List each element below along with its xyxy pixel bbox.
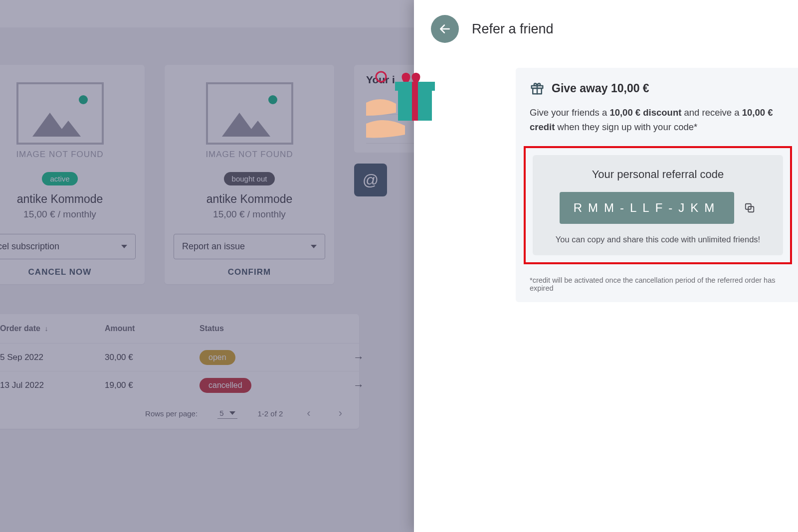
referral-code-title: Your personal referral code xyxy=(544,168,772,181)
subscription-card: IMAGE NOT FOUND active antike Kommode 15… xyxy=(0,65,145,284)
action-select-label: Report an issue xyxy=(182,241,245,252)
at-icon-tile[interactable]: @ xyxy=(354,164,387,196)
image-placeholder: IMAGE NOT FOUND xyxy=(204,82,294,160)
rows-per-page-label: Rows per page: xyxy=(145,409,198,418)
at-icon: @ xyxy=(363,171,379,189)
refer-friend-panel: Refer a friend xyxy=(414,0,798,532)
promo-footnote: *credit will be activated once the cance… xyxy=(530,276,786,292)
copy-button[interactable] xyxy=(743,201,756,214)
image-not-found-label: IMAGE NOT FOUND xyxy=(15,150,105,160)
status-badge: open xyxy=(200,350,235,365)
orders-header: Order date ↓ Amount Status xyxy=(0,314,359,343)
pagination-range: 1-2 of 2 xyxy=(257,409,283,418)
action-select-label: ncel subscription xyxy=(0,241,59,252)
gift-icon xyxy=(530,81,545,96)
promo-card: Give away 10,00 € Give your friends a 10… xyxy=(516,68,798,302)
prev-page-button[interactable]: ‹ xyxy=(303,407,314,420)
orders-header-amount[interactable]: Amount xyxy=(105,324,200,333)
arrow-right-icon[interactable]: → xyxy=(353,379,364,392)
order-amount: 30,00 € xyxy=(105,353,200,362)
arrow-right-icon[interactable]: → xyxy=(353,351,364,364)
promo-description: Give your friends a 10,00 € discount and… xyxy=(530,106,786,134)
copy-icon xyxy=(744,202,755,213)
chevron-down-icon xyxy=(121,245,127,248)
referral-code[interactable]: RMM-LLF-JKM xyxy=(560,192,735,224)
orders-table: Order date ↓ Amount Status 5 Sep 2022 30… xyxy=(0,314,359,429)
chevron-down-icon xyxy=(311,245,317,248)
image-not-found-label: IMAGE NOT FOUND xyxy=(204,150,294,160)
action-select[interactable]: ncel subscription xyxy=(0,234,136,259)
promo-heading: Give away 10,00 € xyxy=(552,82,649,95)
chevron-down-icon xyxy=(229,411,235,415)
subscription-card: IMAGE NOT FOUND bought out antike Kommod… xyxy=(165,65,334,284)
highlight-box: Your personal referral code RMM-LLF-JKM … xyxy=(524,146,792,264)
back-button[interactable] xyxy=(431,15,459,43)
orders-footer: Rows per page: 5 1-2 of 2 ‹ › xyxy=(0,399,359,422)
confirm-button[interactable]: CONFIRM xyxy=(228,267,271,277)
orders-header-status[interactable]: Status xyxy=(200,324,329,333)
table-row[interactable]: 13 Jul 2022 19,00 € cancelled → xyxy=(0,371,359,399)
next-page-button[interactable]: › xyxy=(335,407,346,420)
cancel-now-button[interactable]: CANCEL NOW xyxy=(28,267,92,277)
status-badge: bought out xyxy=(224,172,275,185)
action-select[interactable]: Report an issue xyxy=(174,234,325,259)
referral-code-card: Your personal referral code RMM-LLF-JKM … xyxy=(533,155,783,255)
card-price: 15,00 € / monthly xyxy=(23,209,96,220)
table-row[interactable]: 5 Sep 2022 30,00 € open → xyxy=(0,343,359,371)
rows-per-page-select[interactable]: 5 xyxy=(217,408,237,419)
order-amount: 19,00 € xyxy=(105,380,200,390)
orders-header-date[interactable]: Order date ↓ xyxy=(0,324,105,333)
sort-down-icon: ↓ xyxy=(44,325,48,333)
card-price: 15,00 € / monthly xyxy=(213,209,286,220)
status-badge: active xyxy=(42,172,77,185)
image-placeholder: IMAGE NOT FOUND xyxy=(15,82,105,160)
order-date: 13 Jul 2022 xyxy=(0,380,105,390)
card-title: antike Kommode xyxy=(206,192,293,206)
panel-title: Refer a friend xyxy=(472,21,554,37)
referral-code-hint: You can copy and share this code with un… xyxy=(544,235,772,244)
card-title: antike Kommode xyxy=(17,192,103,206)
arrow-left-icon xyxy=(438,22,451,35)
order-date: 5 Sep 2022 xyxy=(0,353,105,362)
status-badge: cancelled xyxy=(200,378,251,393)
